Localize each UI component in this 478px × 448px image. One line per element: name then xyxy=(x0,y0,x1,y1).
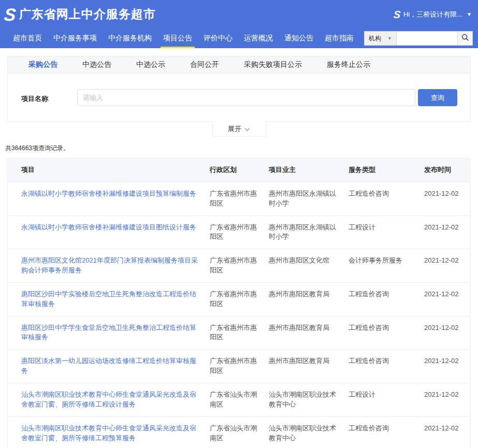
nav-items: 超市首页 中介服务事项 中介服务机构 项目公告 评价中心 运营概况 通知公告 超… xyxy=(7,28,414,48)
column-header-owner: 项目业主 xyxy=(269,158,349,182)
publish-date-cell: 2021-12-02 xyxy=(424,182,470,215)
site-logo-icon: S xyxy=(3,6,16,23)
owner-cell: 惠州市惠阳区永湖镇以时小学 xyxy=(269,182,349,215)
tab-service-termination[interactable]: 服务终止公示 xyxy=(327,60,381,69)
owner-cell: 惠州市惠阳区教育局 xyxy=(269,283,349,316)
query-button[interactable]: 查询 xyxy=(418,89,457,106)
column-header-region: 行政区划 xyxy=(210,158,269,182)
project-link[interactable]: 惠州市惠阳区文化馆2021年度部门决算报表编制服务项目采购会计师事务所服务 xyxy=(21,256,198,274)
owner-cell: 汕头市潮南区职业技术教育中心 xyxy=(269,417,349,448)
service-type-cell: 工程设计 xyxy=(349,216,424,249)
user-menu[interactable]: S Hi，三桥设计有限... ▼ xyxy=(394,9,472,20)
table-row: 惠阳区沙田中学学生食堂后空地卫生死角整治工程造价结算审核服务 广东省惠州市惠阳区… xyxy=(8,316,470,350)
table-row: 惠阳区沙田中学实验楼后空地卫生死角整治改造工程造价结算审核服务 广东省惠州市惠阳… xyxy=(8,282,470,316)
user-greeting: Hi，三桥设计有限... xyxy=(403,10,462,19)
header-search-button[interactable] xyxy=(457,31,473,46)
region-cell: 广东省惠州市惠阳区 xyxy=(210,350,269,383)
user-logo-icon: S xyxy=(393,9,400,20)
brand[interactable]: S 广东省网上中介服务超市 xyxy=(4,6,156,23)
user-dropdown-caret-icon: ▼ xyxy=(467,11,472,17)
search-form: 项目名称 查询 xyxy=(8,74,470,121)
service-type-cell: 工程造价咨询 xyxy=(349,417,424,448)
column-header-project: 项目 xyxy=(21,158,210,182)
nav-item-evaluation-center[interactable]: 评价中心 xyxy=(198,28,238,48)
table-row: 惠州市惠阳区文化馆2021年度部门决算报表编制服务项目采购会计师事务所服务 广东… xyxy=(8,249,470,282)
project-link[interactable]: 惠阳区沙田中学学生食堂后空地卫生死角整治工程造价结算审核服务 xyxy=(21,324,196,341)
tab-selection-announcements[interactable]: 中选公告 xyxy=(82,60,122,69)
publish-date-cell: 2021-12-02 xyxy=(424,249,470,282)
region-cell: 广东省惠州市惠阳区 xyxy=(210,249,269,282)
table-header-row: 项目 行政区划 项目业主 服务类型 发布时间 xyxy=(8,158,470,182)
tab-procurement-announcements[interactable]: 采购公告 xyxy=(28,60,68,69)
project-link[interactable]: 汕头市潮南区职业技术教育中心师生食堂通风采光改造及宿舍教室门窗、厕所等修缮工程设… xyxy=(21,391,196,408)
service-type-cell: 工程造价咨询 xyxy=(349,283,424,316)
search-scope-select[interactable]: 机构 ▼ xyxy=(364,31,396,46)
service-type-cell: 工程造价咨询 xyxy=(349,316,424,350)
publish-date-cell: 2021-12-02 xyxy=(424,350,470,383)
service-type-cell: 工程设计 xyxy=(349,383,424,416)
top-header: S 广东省网上中介服务超市 S Hi，三桥设计有限... ▼ xyxy=(0,0,478,28)
project-link[interactable]: 永湖镇以时小学教师宿舍楼补漏维修建设项目图纸设计服务 xyxy=(21,223,196,231)
nav-item-home[interactable]: 超市首页 xyxy=(7,28,48,48)
region-cell: 广东省惠州市惠阳区 xyxy=(210,216,269,249)
table-row: 永湖镇以时小学教师宿舍楼补漏维修建设项目预算编制服务 广东省惠州市惠阳区 惠州市… xyxy=(8,182,470,215)
tab-contract-disclosure[interactable]: 合同公开 xyxy=(190,60,229,69)
nav-item-project-announcements[interactable]: 项目公告 xyxy=(157,28,198,48)
tab-failed-procurement[interactable]: 采购失败项目公示 xyxy=(244,60,312,69)
nav-item-notices[interactable]: 通知公告 xyxy=(279,28,319,48)
publish-date-cell: 2021-12-02 xyxy=(424,383,470,416)
table-row: 汕头市潮南区职业技术教育中心师生食堂通风采光改造及宿舍教室门窗、厕所等修缮工程预… xyxy=(8,416,470,448)
region-cell: 广东省汕头市潮南区 xyxy=(210,383,269,416)
owner-cell: 汕头市潮南区职业技术教育中心 xyxy=(269,383,349,416)
region-cell: 广东省惠州市惠阳区 xyxy=(210,283,269,316)
header-search-group: 机构 ▼ xyxy=(364,31,473,46)
owner-cell: 惠州市惠阳区教育局 xyxy=(269,350,349,383)
service-type-cell: 工程造价咨询 xyxy=(349,182,424,215)
service-type-cell: 会计师事务所服务 xyxy=(349,249,424,282)
region-cell: 广东省惠州市惠阳区 xyxy=(210,182,269,215)
project-name-input[interactable] xyxy=(77,89,415,106)
owner-cell: 惠州市惠阳区永湖镇以时小学 xyxy=(269,216,349,249)
project-link[interactable]: 惠阳区淡水第一幼儿园运动场改造修缮工程造价结算审核服务 xyxy=(21,357,196,374)
nav-item-agencies[interactable]: 中介服务机构 xyxy=(103,28,157,48)
table-row: 永湖镇以时小学教师宿舍楼补漏维修建设项目图纸设计服务 广东省惠州市惠阳区 惠州市… xyxy=(8,215,470,249)
result-count: 共364663项查询记录。 xyxy=(5,144,478,153)
table-row: 惠阳区淡水第一幼儿园运动场改造修缮工程造价结算审核服务 广东省惠州市惠阳区 惠州… xyxy=(8,349,470,383)
publish-date-cell: 2021-12-02 xyxy=(424,216,470,249)
region-cell: 广东省汕头市潮南区 xyxy=(210,417,269,448)
publish-date-cell: 2021-12-02 xyxy=(424,316,470,350)
search-icon xyxy=(461,34,469,43)
project-link[interactable]: 永湖镇以时小学教师宿舍楼补漏维修建设项目预算编制服务 xyxy=(21,190,196,197)
project-link[interactable]: 汕头市潮南区职业技术教育中心师生食堂通风采光改造及宿舍教室门窗、厕所等修缮工程预… xyxy=(21,424,196,442)
search-scope-value: 机构 xyxy=(369,34,381,43)
owner-cell: 惠州市惠阳区文化馆 xyxy=(269,249,349,282)
nav-item-operations-overview[interactable]: 运营概况 xyxy=(238,28,279,48)
project-name-label: 项目名称 xyxy=(21,94,48,104)
table-body: 永湖镇以时小学教师宿舍楼补漏维修建设项目预算编制服务 广东省惠州市惠阳区 惠州市… xyxy=(8,182,470,448)
table-row: 汕头市潮南区职业技术教育中心师生食堂通风采光改造及宿舍教室门窗、厕所等修缮工程设… xyxy=(8,383,470,416)
expand-label: 展开 xyxy=(228,124,241,134)
select-caret-icon: ▼ xyxy=(387,36,392,41)
nav-item-guide[interactable]: 超市指南 xyxy=(319,28,359,48)
page: S 广东省网上中介服务超市 S Hi，三桥设计有限... ▼ 超市首页 中介服务… xyxy=(0,0,478,448)
tab-selection-publicity[interactable]: 中选公示 xyxy=(136,60,176,69)
publish-date-cell: 2021-12-02 xyxy=(424,417,470,448)
service-type-cell: 工程造价咨询 xyxy=(349,350,424,383)
project-link[interactable]: 惠阳区沙田中学实验楼后空地卫生死角整治改造工程造价结算审核服务 xyxy=(21,290,196,308)
main-nav: 超市首页 中介服务事项 中介服务机构 项目公告 评价中心 运营概况 通知公告 超… xyxy=(0,28,478,48)
publish-date-cell: 2021-12-02 xyxy=(424,283,470,316)
filter-panel: 采购公告 中选公告 中选公示 合同公开 采购失败项目公示 服务终止公示 项目名称… xyxy=(7,56,471,122)
announcement-tabs: 采购公告 中选公告 中选公示 合同公开 采购失败项目公示 服务终止公示 xyxy=(8,56,470,74)
column-header-publish-date: 发布时间 xyxy=(424,158,470,182)
region-cell: 广东省惠州市惠阳区 xyxy=(210,316,269,350)
results-table: 项目 行政区划 项目业主 服务类型 发布时间 永湖镇以时小学教师宿舍楼补漏维修建… xyxy=(7,158,471,448)
column-header-service-type: 服务类型 xyxy=(349,158,424,182)
owner-cell: 惠州市惠阳区教育局 xyxy=(269,316,349,350)
site-title: 广东省网上中介服务超市 xyxy=(19,6,156,22)
expand-toggle[interactable]: 展开 xyxy=(212,121,266,137)
nav-item-service-items[interactable]: 中介服务事项 xyxy=(48,28,103,48)
chevron-down-icon xyxy=(244,125,250,133)
header-search-input[interactable] xyxy=(396,31,457,46)
